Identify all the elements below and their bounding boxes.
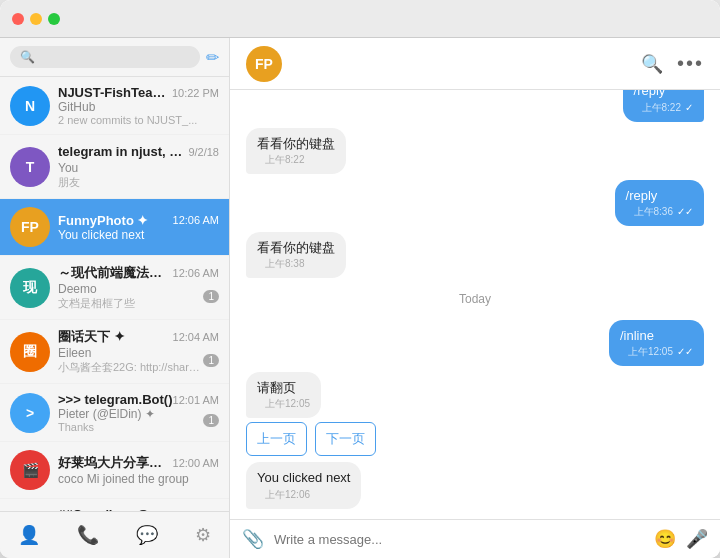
msg-text: You clicked next xyxy=(257,470,350,485)
msg-bubble: /reply上午8:36✓✓ xyxy=(615,180,704,226)
chat-avatar: 圈 xyxy=(10,332,50,372)
msg-time: 上午8:38 xyxy=(265,257,304,271)
search-bar: 🔍 ✏ xyxy=(0,38,229,77)
chat-item[interactable]: T telegram in njust, 不… 9/2/18 You 朋友 xyxy=(0,135,229,199)
chat-badge: 1 xyxy=(203,290,219,303)
messages-area: /echo hello aiotg下午7:45✓✓song yang/echo … xyxy=(230,90,720,519)
chat-preview: Deemo xyxy=(58,282,203,296)
chat-preview-sub: Thanks xyxy=(58,421,203,433)
inline-button[interactable]: 下一页 xyxy=(315,422,376,456)
sidebar-tabs: 👤 📞 💬 ⚙ xyxy=(0,511,229,558)
chat-avatar: N xyxy=(10,86,50,126)
chat-info: ～现代前端魔法部～ 12:06 AM Deemo 文档是相框了些 1 xyxy=(58,264,219,311)
chat-preview-sub: 朋友 xyxy=(58,175,219,190)
tab-chat[interactable]: 💬 xyxy=(128,520,166,550)
mic-button[interactable]: 🎤 xyxy=(686,528,708,550)
chat-info: telegram in njust, 不… 9/2/18 You 朋友 xyxy=(58,143,219,190)
chat-info: 好莱坞大片分享交流 ✦ 12:00 AM coco Mi joined the … xyxy=(58,454,219,486)
message-row: You clicked next上午12:06 xyxy=(246,462,704,508)
message-row: /reply上午8:36✓✓ xyxy=(246,180,704,226)
chat-name: telegram in njust, 不… xyxy=(58,143,188,161)
msg-ticks: ✓ xyxy=(685,101,693,115)
msg-ticks: ✓✓ xyxy=(677,345,693,359)
msg-time: 上午12:05 xyxy=(628,345,673,359)
date-divider: Today xyxy=(246,292,704,306)
title-bar xyxy=(0,0,720,38)
chat-preview-sub: 小鸟酱全套22G: http://share20... xyxy=(58,360,203,375)
chat-header-actions: 🔍 ••• xyxy=(641,52,704,75)
msg-bubble: /reply上午8:22✓ xyxy=(623,90,704,122)
chat-item[interactable]: N NJUST-FishTeam ✦ 10:22 PM GitHub 2 new… xyxy=(0,77,229,135)
compose-button[interactable]: ✏ xyxy=(206,48,219,67)
message-row: /inline上午12:05✓✓ xyxy=(246,320,704,366)
chat-preview: GitHub xyxy=(58,100,219,114)
chat-name: 好莱坞大片分享交流 ✦ xyxy=(58,454,173,472)
msg-ticks: ✓✓ xyxy=(677,205,693,219)
emoji-button[interactable]: 😊 xyxy=(654,528,676,550)
tab-phone[interactable]: 📞 xyxy=(69,520,107,550)
chat-badge: 1 xyxy=(203,354,219,367)
msg-text: /reply xyxy=(634,90,666,98)
chat-avatar: 现 xyxy=(10,268,50,308)
chat-time: 12:01 AM xyxy=(173,394,219,406)
inline-button[interactable]: 上一页 xyxy=(246,422,307,456)
msg-text: 请翻页 xyxy=(257,380,296,395)
chat-item[interactable]: ORZ ##Orz - 'hug @Maek... ✦ 11:56 PM 欧珠珍… xyxy=(0,499,229,511)
chat-time: 12:04 AM xyxy=(173,331,219,343)
more-options-button[interactable]: ••• xyxy=(677,52,704,75)
chat-preview: You xyxy=(58,161,219,175)
chat-info: NJUST-FishTeam ✦ 10:22 PM GitHub 2 new c… xyxy=(58,85,219,126)
chat-item[interactable]: FP FunnyPhoto ✦ 12:06 AM You clicked nex… xyxy=(0,199,229,256)
chat-info: 圈话天下 ✦ 12:04 AM Eileen 小鸟酱全套22G: http://… xyxy=(58,328,219,375)
msg-text: /inline xyxy=(620,328,654,343)
search-chat-button[interactable]: 🔍 xyxy=(641,53,663,75)
chat-avatar: > xyxy=(10,393,50,433)
chat-time: 12:06 AM xyxy=(173,214,219,226)
tab-settings[interactable]: ⚙ xyxy=(187,520,219,550)
chat-item[interactable]: 🎬 好莱坞大片分享交流 ✦ 12:00 AM coco Mi joined th… xyxy=(0,442,229,499)
attach-button[interactable]: 📎 xyxy=(242,528,264,550)
chat-time: 12:06 AM xyxy=(173,267,219,279)
window-controls xyxy=(12,13,60,25)
msg-time: 上午8:22 xyxy=(642,101,681,115)
search-box[interactable]: 🔍 xyxy=(10,46,200,68)
tab-contacts[interactable]: 👤 xyxy=(10,520,48,550)
chat-info: >>> telegram.Bot() 12:01 AM Pieter (@ElD… xyxy=(58,392,219,433)
msg-time: 上午12:06 xyxy=(265,488,310,502)
chat-item[interactable]: > >>> telegram.Bot() 12:01 AM Pieter (@E… xyxy=(0,384,229,442)
chat-preview: Eileen xyxy=(58,346,203,360)
msg-time: 上午8:22 xyxy=(265,153,304,167)
chat-info: FunnyPhoto ✦ 12:06 AM You clicked next xyxy=(58,213,219,242)
app-window: 🔍 ✏ N NJUST-FishTeam ✦ 10:22 PM GitHub 2… xyxy=(0,0,720,558)
message-row: 看看你的键盘上午8:38 xyxy=(246,232,704,278)
chat-header-avatar: FP xyxy=(246,46,282,82)
msg-time: 上午8:36 xyxy=(634,205,673,219)
chat-preview: You clicked next xyxy=(58,228,219,242)
maximize-button[interactable] xyxy=(48,13,60,25)
chat-area: FP 🔍 ••• /echo hello aiotg下午7:45✓✓song y… xyxy=(230,38,720,558)
chat-preview-sub: 文档是相框了些 xyxy=(58,296,203,311)
chat-name: FunnyPhoto ✦ xyxy=(58,213,148,228)
msg-time: 上午12:05 xyxy=(265,397,310,411)
search-icon: 🔍 xyxy=(20,50,35,64)
close-button[interactable] xyxy=(12,13,24,25)
chat-preview-sub: 2 new commits to NJUST_... xyxy=(58,114,219,126)
chat-name: NJUST-FishTeam ✦ xyxy=(58,85,172,100)
chat-badge: 1 xyxy=(203,414,219,427)
msg-bubble: 看看你的键盘上午8:22 xyxy=(246,128,346,174)
chat-time: 9/2/18 xyxy=(188,146,219,158)
message-input[interactable] xyxy=(274,532,644,547)
msg-text: 看看你的键盘 xyxy=(257,240,335,255)
main-content: 🔍 ✏ N NJUST-FishTeam ✦ 10:22 PM GitHub 2… xyxy=(0,38,720,558)
chat-avatar: T xyxy=(10,147,50,187)
chat-preview: Pieter (@ElDin) ✦ xyxy=(58,407,203,421)
chat-header: FP 🔍 ••• xyxy=(230,38,720,90)
minimize-button[interactable] xyxy=(30,13,42,25)
chat-name: 圈话天下 ✦ xyxy=(58,328,125,346)
chat-item[interactable]: 现 ～现代前端魔法部～ 12:06 AM Deemo 文档是相框了些 1 xyxy=(0,256,229,320)
chat-avatar: FP xyxy=(10,207,50,247)
chat-list: N NJUST-FishTeam ✦ 10:22 PM GitHub 2 new… xyxy=(0,77,229,511)
chat-preview: coco Mi joined the group xyxy=(58,472,219,486)
chat-time: 10:22 PM xyxy=(172,87,219,99)
chat-item[interactable]: 圈 圈话天下 ✦ 12:04 AM Eileen 小鸟酱全套22G: http:… xyxy=(0,320,229,384)
